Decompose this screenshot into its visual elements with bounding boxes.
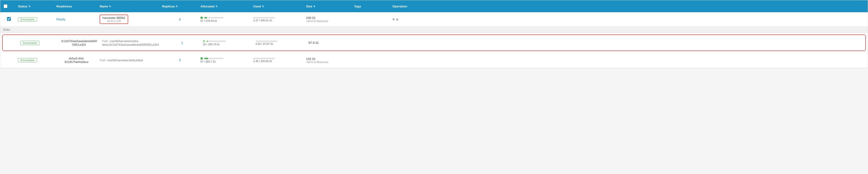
- size-value: 240 Gi: [306, 16, 351, 20]
- disk2-used-label: 2.45 / 202.64 Gi: [253, 60, 303, 63]
- disk1-allocated: 10 / 195.74 Gi: [202, 40, 254, 46]
- disk1-path: Path: /var/lib/harvester/extra-disks/3c2…: [100, 39, 163, 46]
- disk-row-2: Schedulable default-disk-831957f4ef4a5bc…: [0, 53, 868, 68]
- disk2-size-info: 142 Gi +60.8 Gi Reserved: [306, 57, 351, 64]
- row-name: harvester-88562 10.52.2.120: [98, 14, 161, 24]
- disk1-used-bg: [256, 40, 277, 42]
- disk2-used-bg: [253, 58, 275, 59]
- size-info: 240 Gi +60.8 Gi Reserved: [306, 16, 351, 23]
- disk1-status-badge: Schedulable: [21, 41, 39, 45]
- header-size: Size ⇅: [305, 5, 352, 8]
- replicas-sort-icon[interactable]: ⇅: [176, 5, 178, 8]
- replicas-header-label: Replicas: [162, 5, 175, 8]
- disk2-allocated-label: 57 / 283.7 Gi: [200, 60, 250, 63]
- disk1-name-text: 3c2e9764ae5aeda8eda666ff3851a304: [61, 40, 97, 46]
- header-used: Used ⇅: [252, 5, 305, 8]
- disk1-allocated-row: [203, 40, 253, 42]
- disk1-name: 3c2e9764ae5aeda8eda666ff3851a304: [57, 39, 100, 46]
- disk-row-1: Schedulable 3c2e9764ae5aeda8eda666ff3851…: [3, 35, 865, 50]
- status-header-label: Status: [18, 5, 28, 8]
- used-bar-row: [253, 17, 303, 19]
- row-allocated: 67 / 479.44 Gi: [199, 16, 252, 22]
- disk2-allocated-bar: 57 / 283.7 Gi: [200, 57, 250, 63]
- status-badge: Schedulable: [18, 17, 37, 22]
- allocated-bar-row: [200, 16, 250, 19]
- allocated-bar: 67 / 479.44 Gi: [200, 16, 250, 22]
- select-all-checkbox[interactable]: [4, 4, 7, 8]
- node-name: harvester-88562: [102, 16, 125, 20]
- disk2-name: default-disk-831957f4ef4a5bce: [55, 57, 98, 64]
- disk1-replicas: 1: [163, 41, 202, 45]
- disk2-replicas: 3: [161, 58, 199, 62]
- readiness-link[interactable]: Ready: [56, 18, 65, 21]
- header-name: Name ⇅: [98, 5, 161, 8]
- disk2-path: Path: /var/lib/harvester/defaultdisk: [98, 59, 161, 62]
- used-sort-icon[interactable]: ⇅: [262, 5, 264, 8]
- header-readiness: Readiness: [55, 5, 98, 8]
- operation-header-label: Operation: [393, 5, 407, 8]
- header-checkbox-col: [2, 4, 17, 8]
- size-header-label: Size: [306, 5, 312, 8]
- disk1-allocated-fill: [207, 40, 208, 42]
- node-name-box[interactable]: harvester-88562 10.52.2.120: [100, 14, 128, 24]
- allocated-header-label: Allocated: [200, 5, 215, 8]
- replicas-value: 4: [179, 18, 181, 21]
- disk1-status: Schedulable: [19, 41, 57, 45]
- disk2-status-badge: Schedulable: [18, 58, 37, 62]
- table-header: Status ⇅ Readiness Name ⇅ Replicas ⇅ All…: [0, 0, 868, 12]
- disks-section-header: Disks: [0, 27, 868, 33]
- disk2-allocated: 57 / 283.7 Gi: [199, 57, 252, 63]
- disk1-used-label: 0.02 / 97.87 Gi: [256, 42, 306, 45]
- collapse-icon[interactable]: -: [4, 18, 5, 22]
- header-replicas: Replicas ⇅: [161, 5, 199, 8]
- row-status: Schedulable: [17, 17, 55, 22]
- disk-row-highlighted: Schedulable 3c2e9764ae5aeda8eda666ff3851…: [2, 35, 866, 51]
- header-allocated: Allocated ⇅: [199, 5, 252, 8]
- disk2-allocated-bg: [204, 58, 223, 59]
- disk2-replicas-value: 3: [179, 58, 181, 62]
- row-used: 2.47 / 300.51 Gi: [252, 17, 305, 22]
- used-label: 2.47 / 300.51 Gi: [253, 19, 303, 22]
- row-checkbox[interactable]: [7, 17, 11, 21]
- allocated-fill: [204, 17, 207, 19]
- main-table: Status ⇅ Readiness Name ⇅ Replicas ⇅ All…: [0, 0, 868, 68]
- disk2-path-text: Path: /var/lib/harvester/defaultdisk: [100, 59, 143, 62]
- disk1-used: 0.02 / 97.87 Gi: [254, 40, 307, 45]
- size-reserved: +60.8 Gi Reserved: [306, 20, 351, 23]
- node-ip: 10.52.2.120: [102, 20, 125, 23]
- row-operation: ≡ ∨: [391, 17, 420, 22]
- readiness-header-label: Readiness: [56, 5, 72, 8]
- allocated-label: 67 / 479.44 Gi: [200, 20, 250, 22]
- disk1-replicas-value: 1: [181, 41, 183, 45]
- disk1-used-row: [256, 40, 306, 42]
- disk2-used-bar: 2.45 / 202.64 Gi: [253, 58, 303, 63]
- header-status: Status ⇅: [17, 5, 55, 8]
- disk2-used-row: [253, 58, 303, 59]
- disks-label: Disks: [3, 28, 10, 31]
- row-replicas: 4: [161, 18, 199, 21]
- size-sort-icon[interactable]: ⇅: [313, 5, 315, 8]
- disk2-allocated-row: [200, 57, 250, 60]
- disk2-size-value: 142 Gi: [306, 57, 351, 61]
- name-header-label: Name: [100, 5, 108, 8]
- disk2-size-reserved: +60.8 Gi Reserved: [306, 61, 351, 64]
- disk2-used: 2.45 / 202.64 Gi: [252, 58, 305, 63]
- allocated-sort-icon[interactable]: ⇅: [216, 5, 217, 8]
- used-bg: [253, 17, 275, 19]
- status-sort-icon[interactable]: ⇅: [29, 5, 30, 8]
- operation-button[interactable]: ≡ ∨: [393, 17, 399, 21]
- header-tags: Tags: [352, 5, 391, 8]
- allocated-dot: [200, 16, 203, 19]
- header-operation: Operation: [391, 5, 420, 8]
- used-bar: 2.47 / 300.51 Gi: [253, 17, 303, 22]
- disk2-allocated-fill: [204, 58, 208, 59]
- disk1-size-value: 97.9 Gi: [308, 41, 353, 44]
- disk2-path-label: Path:: [100, 59, 107, 62]
- name-sort-icon[interactable]: ⇅: [109, 5, 111, 8]
- disk2-status: Schedulable: [17, 58, 55, 62]
- disk1-used-bar: 0.02 / 97.87 Gi: [256, 40, 306, 45]
- row-size: 240 Gi +60.8 Gi Reserved: [305, 16, 352, 23]
- node-row: - Schedulable Ready harvester-88562 10.5…: [0, 12, 868, 27]
- row-expand-col: -: [2, 17, 17, 22]
- disk1-allocated-bg: [207, 40, 226, 42]
